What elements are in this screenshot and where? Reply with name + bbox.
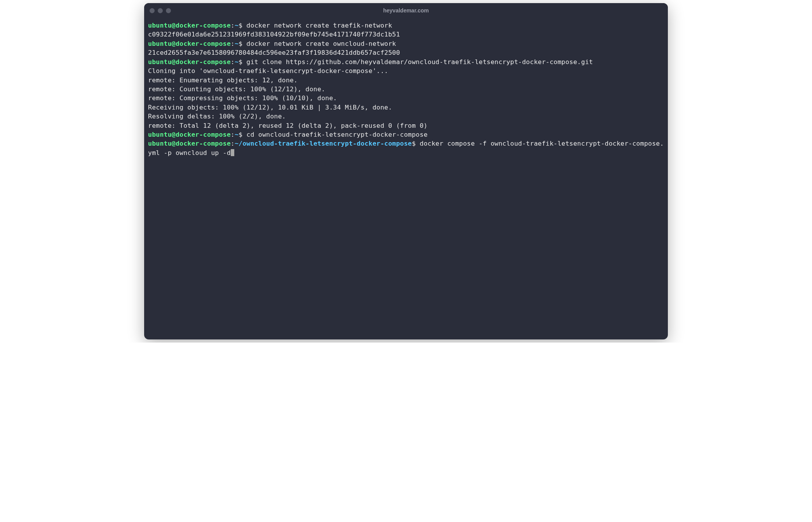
user-host: ubuntu@docker-compose [148,58,231,66]
output-line: remote: Counting objects: 100% (12/12), … [148,85,664,94]
output-line: Cloning into 'owncloud-traefik-letsencry… [148,66,664,75]
output-line: 21ced2655fa3e7e6158096780484dc596ee23faf… [148,48,664,57]
user-host: ubuntu@docker-compose [148,22,231,29]
user-host: ubuntu@docker-compose [148,131,231,138]
prompt-colon: : [231,22,235,29]
prompt-line: ubuntu@docker-compose:~$ docker network … [148,39,664,48]
prompt-path: ~ [235,22,239,29]
user-host: ubuntu@docker-compose [148,40,231,47]
prompt-path: ~ [235,58,239,66]
command-text: docker network create owncloud-network [242,40,396,47]
command-text: docker network create traefik-network [242,22,392,29]
output-line: remote: Compressing objects: 100% (10/10… [148,94,664,103]
prompt-dollar: $ [239,22,242,29]
prompt-path: ~ [235,40,239,47]
output-line: remote: Enumerating objects: 12, done. [148,76,664,85]
command-text: cd owncloud-traefik-letsencrypt-docker-c… [242,131,427,138]
prompt-dollar: $ [412,140,416,147]
titlebar: heyvaldemar.com [144,3,668,18]
prompt-line: ubuntu@docker-compose:~$ docker network … [148,21,664,30]
prompt-line: ubuntu@docker-compose:~$ git clone https… [148,57,664,66]
maximize-icon[interactable] [166,8,171,13]
prompt-colon: : [231,58,235,66]
terminal-body[interactable]: ubuntu@docker-compose:~$ docker network … [144,18,668,339]
prompt-colon: : [231,40,235,47]
output-line: c09322f06e01da6e251231969fd383104922bf09… [148,30,664,39]
command-text: git clone https://github.com/heyvaldemar… [242,58,593,66]
output-line: Resolving deltas: 100% (2/2), done. [148,112,664,121]
prompt-path: ~/owncloud-traefik-letsencrypt-docker-co… [235,140,412,147]
prompt-dollar: $ [239,58,242,66]
prompt-line: ubuntu@docker-compose:~$ cd owncloud-tra… [148,130,664,139]
minimize-icon[interactable] [158,8,163,13]
close-icon[interactable] [150,8,155,13]
prompt-colon: : [231,140,235,147]
output-line: Receiving objects: 100% (12/12), 10.01 K… [148,103,664,112]
prompt-dollar: $ [239,40,242,47]
prompt-line: ubuntu@docker-compose:~/owncloud-traefik… [148,139,664,157]
user-host: ubuntu@docker-compose [148,140,231,147]
prompt-dollar: $ [239,131,242,138]
traffic-lights [150,8,171,13]
window-title: heyvaldemar.com [383,7,429,14]
terminal-window: heyvaldemar.com ubuntu@docker-compose:~$… [144,3,668,339]
prompt-colon: : [231,131,235,138]
cursor-icon [231,149,234,156]
prompt-path: ~ [235,131,239,138]
output-line: remote: Total 12 (delta 2), reused 12 (d… [148,121,664,130]
